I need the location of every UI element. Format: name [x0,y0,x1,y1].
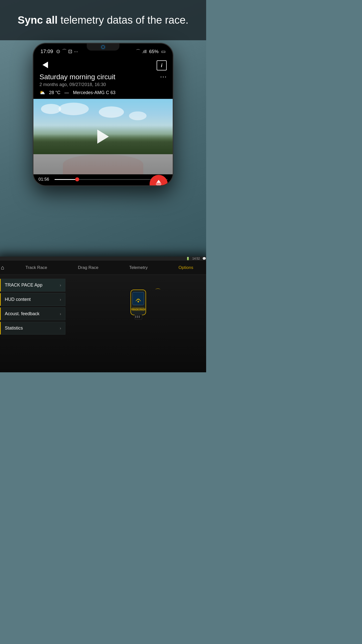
menu-item-label-statistics: Statistics [5,326,23,331]
menu-item-label-acoust: Acoust. feedback [5,311,39,316]
tab-telemetry[interactable]: Telemetry [125,263,152,272]
status-icons: ⊙ ⌒ ⊡ ··· [56,48,78,55]
video-controls: 01:56 [33,174,173,185]
session-title: Saturday morning circuit [39,73,115,81]
svg-rect-7 [137,315,138,318]
battery-percent: 65% [149,49,159,54]
temperature: 28 °C [49,90,60,95]
session-date: 2 months ago, 09/27/2018, 16:30 [39,82,167,87]
session-info: Saturday morning circuit ⋮ 2 months ago,… [33,73,173,99]
wifi-signal: ⌒ .ıll [136,48,147,55]
obd-svg: TRACK PACE [126,287,151,328]
svg-text:TRACK PACE: TRACK PACE [131,308,146,311]
menu-item-label-hud: HUD content [5,297,31,302]
separator-line [156,184,161,184]
tablet-container: 🔋 14:52 💬 ⌂ Track Race Drag Race Telemet… [0,257,206,372]
wifi-icon-overlay: ⌒ [155,287,161,295]
camera [101,45,105,49]
menu-item-hud-content[interactable]: HUD content › [0,293,65,306]
nav-tabs: Track Race Drag Race Telemetry Options [10,263,206,272]
car-hood [63,154,143,174]
tablet-message-icon: 💬 [202,257,206,260]
chevron-icon-1: › [60,297,61,302]
sync-fab-button[interactable] [150,175,168,185]
tab-options[interactable]: Options [174,263,197,272]
menu-items-list: TRACK PACE App › HUD content › Acoust. f… [0,279,65,336]
more-menu-icon[interactable]: ⋮ [160,74,167,80]
tablet-time: 14:52 [192,257,200,260]
battery-icon: ▭ [161,49,166,54]
arrow-up-icon [156,180,161,183]
menu-item-label-track-pace: TRACK PACE App [5,283,42,288]
back-button[interactable] [39,60,51,69]
back-arrow-icon [42,62,48,68]
tablet-nav: ⌂ Track Race Drag Race Telemetry Options [0,261,206,275]
tablet-mockup: 🔋 14:52 💬 ⌂ Track Race Drag Race Telemet… [0,257,206,372]
status-time: 17:09 [40,49,53,54]
tab-track-race[interactable]: Track Race [21,263,51,272]
phone-header: i [33,57,173,73]
headline-rest: telemetry datas of the race. [58,14,189,26]
tablet-battery-icon: 🔋 [186,257,190,260]
session-meta: ⛅ 28 °C — Mercedes-AMG C 63 [39,90,167,95]
home-button[interactable]: ⌂ [0,263,8,273]
video-timestamp: 01:56 [38,177,52,182]
status-right: ⌒ .ıll 65% ▭ [136,48,166,55]
cloud-2 [59,103,89,115]
tablet-status-bar: 🔋 14:52 💬 [0,257,206,261]
arrow-down-icon [156,185,161,186]
status-bar: 17:09 ⊙ ⌒ ⊡ ··· ⌒ .ıll 65% ▭ [33,44,173,57]
car-name: Mercedes-AMG C 63 [73,90,115,95]
notch [87,44,119,51]
cloud-4 [129,111,147,120]
menu-item-statistics[interactable]: Statistics › [0,322,65,335]
home-icon: ⌂ [1,264,4,271]
phone-container: 17:09 ⊙ ⌒ ⊡ ··· ⌒ .ıll 65% ▭ i [33,43,173,186]
obd-device-illustration: TRACK PACE ⌒ [113,280,163,335]
chevron-icon-2: › [60,312,61,316]
video-player[interactable] [33,99,173,174]
car-divider: — [64,90,69,95]
phone-inner: 17:09 ⊙ ⌒ ⊡ ··· ⌒ .ıll 65% ▭ i [33,44,173,185]
progress-indicator[interactable] [75,177,79,181]
svg-rect-6 [135,315,136,318]
progress-fill [55,179,77,180]
weather-icon: ⛅ [39,90,45,95]
cloud-1 [41,104,61,114]
chevron-icon-0: › [60,283,61,288]
status-left: 17:09 ⊙ ⌒ ⊡ ··· [40,48,78,55]
tab-drag-race[interactable]: Drag Race [74,263,102,272]
headline-bar: Sync all telemetry datas of the race. [0,0,206,40]
svg-rect-8 [139,315,140,318]
cloud-3 [99,106,124,118]
info-icon: i [161,63,162,68]
svg-point-9 [138,301,139,302]
phone-mockup: 17:09 ⊙ ⌒ ⊡ ··· ⌒ .ıll 65% ▭ i [33,43,173,186]
device-visual: TRACK PACE ⌒ [70,279,206,336]
play-button[interactable] [97,130,109,144]
menu-item-track-pace-app[interactable]: TRACK PACE App › [0,279,65,292]
session-title-row: Saturday morning circuit ⋮ [39,73,167,81]
glow-ring-inner [113,335,158,372]
headline: Sync all telemetry datas of the race. [18,13,188,27]
tablet-status-info: 🔋 14:52 💬 [0,257,206,260]
tablet-content: TRACK PACE App › HUD content › Acoust. f… [0,275,206,340]
menu-item-acoust-feedback[interactable]: Acoust. feedback › [0,307,65,320]
chevron-icon-3: › [60,326,61,331]
headline-strong: Sync all [18,14,58,26]
info-button[interactable]: i [157,60,167,70]
